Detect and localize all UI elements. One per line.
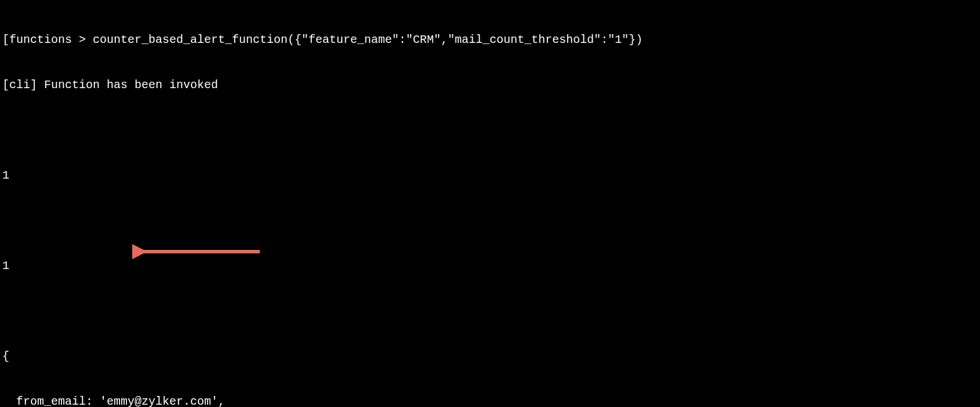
blank-line <box>2 213 980 228</box>
output-line: 1 <box>2 259 980 274</box>
blank-line <box>2 304 980 319</box>
command-text: counter_based_alert_function({"feature_n… <box>93 33 643 46</box>
command-line: [functions > counter_based_alert_functio… <box>2 32 980 48</box>
terminal-output: [functions > counter_based_alert_functio… <box>0 0 980 407</box>
object-open: { <box>2 349 980 364</box>
blank-line <box>2 123 980 138</box>
output-line: 1 <box>2 168 980 183</box>
prompt: [functions > <box>2 33 93 46</box>
output-line: [cli] Function has been invoked <box>2 78 980 93</box>
object-line-from: from_email: 'emmy@zylker.com', <box>2 394 980 407</box>
arrow-left-icon <box>132 244 266 259</box>
